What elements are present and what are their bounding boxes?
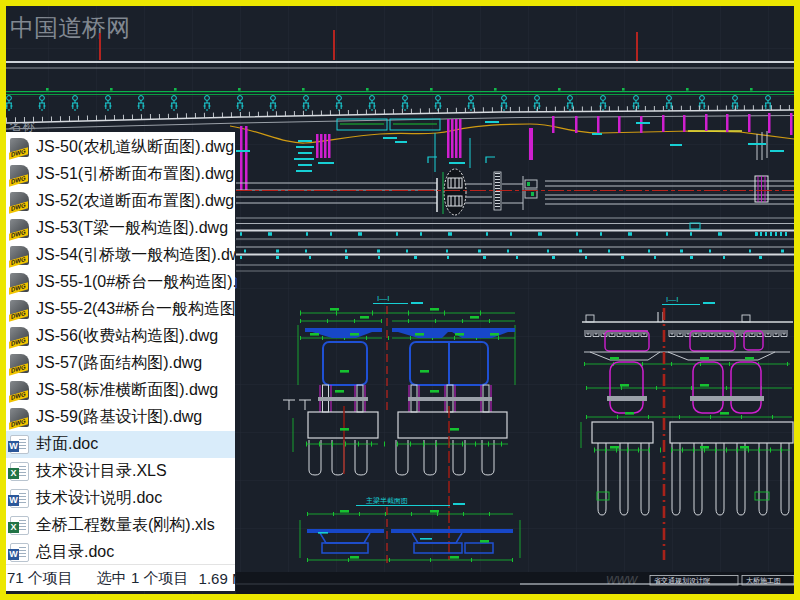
file-row[interactable]: DWG JS-59(路基设计图).dwg xyxy=(6,404,235,431)
dwg-file-icon: DWG xyxy=(10,273,29,292)
file-name: JS-59(路基设计图).dwg xyxy=(36,407,202,428)
dwg-file-icon: DWG xyxy=(10,408,29,427)
dwg-file-icon: DWG xyxy=(10,138,29,157)
file-name: JS-51(引桥断面布置图).dwg xyxy=(36,164,234,185)
word-file-icon: W xyxy=(10,435,29,454)
file-row[interactable]: DWG JS-57(路面结构图).dwg xyxy=(6,350,235,377)
file-row[interactable]: DWG JS-55-1(0#桥台一般构造图).dwg xyxy=(6,269,235,296)
site-watermark: 中国道桥网 xyxy=(10,14,130,41)
file-name: JS-56(收费站构造图).dwg xyxy=(36,326,218,347)
excel-file-icon: X xyxy=(10,516,29,535)
section-title-right: I—I xyxy=(666,295,678,304)
excel-file-icon: X xyxy=(10,462,29,481)
dwg-file-icon: DWG xyxy=(10,219,29,238)
dwg-file-icon: DWG xyxy=(10,300,29,319)
dwg-file-icon: DWG xyxy=(10,381,29,400)
file-name: JS-53(T梁一般构造图).dwg xyxy=(36,218,228,239)
file-row[interactable]: DWG JS-51(引桥断面布置图).dwg xyxy=(6,161,235,188)
file-name: JS-52(农道断面布置图).dwg xyxy=(36,191,234,212)
file-row[interactable]: W 技术设计说明.doc xyxy=(6,485,235,512)
screenshot-root: 中国道桥网 xyxy=(0,0,800,600)
file-list-panel: DWG JS-50(农机道纵断面图).dwg DWG JS-51(引桥断面布置图… xyxy=(6,132,235,564)
file-row[interactable]: DWG JS-55-2(43#桥台一般构造图).dwg xyxy=(6,296,235,323)
title-block-institute: 省交通规划设计院 xyxy=(654,576,710,585)
bottom-strip: WWW 省交通规划设计院 大桥施工图 xyxy=(236,572,794,594)
file-row[interactable]: DWG JS-54(引桥墩一般构造图).dwg xyxy=(6,242,235,269)
file-row[interactable]: X 全桥工程数量表(刚构).xls xyxy=(6,512,235,539)
status-total-items: 71 个项目 xyxy=(7,569,73,588)
file-row[interactable]: DWG JS-56(收费站构造图).dwg xyxy=(6,323,235,350)
file-name: 技术设计目录.XLS xyxy=(36,461,167,482)
file-row[interactable]: DWG JS-50(农机道纵断面图).dwg xyxy=(6,134,235,161)
word-file-icon: W xyxy=(10,489,29,508)
dwg-file-icon: DWG xyxy=(10,354,29,373)
word-file-icon: W xyxy=(10,543,29,562)
file-name: JS-55-1(0#桥台一般构造图).dwg xyxy=(36,272,235,293)
file-name: JS-57(路面结构图).dwg xyxy=(36,353,202,374)
dwg-file-icon: DWG xyxy=(10,246,29,265)
file-row[interactable]: X 技术设计目录.XLS xyxy=(6,458,235,485)
dwg-file-icon: DWG xyxy=(10,165,29,184)
dwg-file-icon: DWG xyxy=(10,327,29,346)
file-name: 全桥工程数量表(刚构).xls xyxy=(36,515,215,536)
file-row[interactable]: DWG JS-53(T梁一般构造图).dwg xyxy=(6,215,235,242)
file-name: JS-55-2(43#桥台一般构造图).dwg xyxy=(36,299,235,320)
file-row-selected[interactable]: W 封面.doc xyxy=(6,431,235,458)
file-name: 封面.doc xyxy=(36,434,98,455)
section-title-center: I—I xyxy=(377,294,389,303)
file-name: JS-58(标准横断面图).dwg xyxy=(36,380,218,401)
file-name: JS-50(农机道纵断面图).dwg xyxy=(36,137,234,158)
file-name: 技术设计说明.doc xyxy=(36,488,162,509)
file-row[interactable]: W 总目录.doc xyxy=(6,539,235,564)
file-row[interactable]: DWG JS-52(农道断面布置图).dwg xyxy=(6,188,235,215)
status-bar: 71 个项目 选中 1 个项目 1.69 MB xyxy=(6,564,235,591)
status-selection-size: 1.69 MB xyxy=(199,570,235,587)
dwg-file-icon: DWG xyxy=(10,192,29,211)
section-title-bottom: 主梁半截面图 xyxy=(366,496,408,505)
file-row[interactable]: DWG JS-58(标准横断面图).dwg xyxy=(6,377,235,404)
bottom-watermark: WWW xyxy=(606,574,639,586)
status-selected-items: 选中 1 个项目 xyxy=(97,569,189,588)
title-block-project: 大桥施工图 xyxy=(746,577,781,585)
file-name: 总目录.doc xyxy=(36,542,114,563)
file-name: JS-54(引桥墩一般构造图).dwg xyxy=(36,245,235,266)
